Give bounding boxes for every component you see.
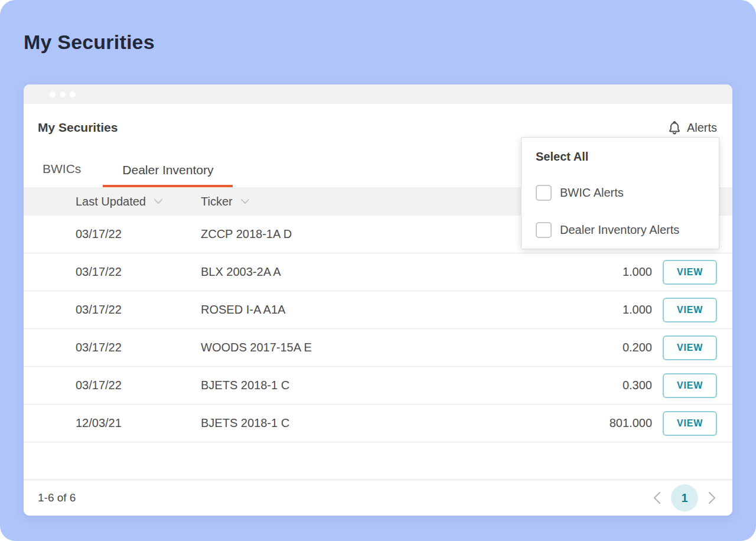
popover-title: Select All [536,149,705,164]
cell-ticker: ZCCP 2018-1A D [201,227,558,241]
table-body: 03/17/22 ZCCP 2018-1A D VIEW 03/17/22 BL… [24,216,732,442]
card-title: My Securities [38,120,118,135]
window-chrome [24,84,732,104]
checkbox-label: Dealer Inventory Alerts [560,223,679,237]
cell-action: VIEW [652,260,732,285]
cell-last-updated: 03/17/22 [24,341,201,354]
cell-ticker: BLX 2003-2A A [201,265,558,279]
popover-option-bwic-alerts: BWIC Alerts [536,185,705,201]
column-header-ticker[interactable]: Ticker [201,195,558,208]
cell-value: 0.200 [558,341,652,354]
window-dot [70,92,76,97]
page-title: My Securities [24,31,155,54]
table-row: 03/17/22 BLX 2003-2A A 1.000 VIEW [24,253,732,291]
view-button[interactable]: VIEW [663,373,717,398]
cell-last-updated: 12/03/21 [24,416,201,430]
popover-option-dealer-inventory-alerts: Dealer Inventory Alerts [536,222,705,238]
table-row: 12/03/21 BJETS 2018-1 C 801.000 VIEW [24,405,732,442]
cell-last-updated: 03/17/22 [24,379,201,392]
chevron-down-icon [240,198,250,204]
checkbox-label: BWIC Alerts [560,186,624,200]
cell-last-updated: 03/17/22 [24,227,201,241]
alerts-popover: Select All BWIC Alerts Dealer Inventory … [521,137,719,249]
tab-bwics[interactable]: BWICs [43,162,81,187]
card-header: My Securities Alerts [38,120,717,135]
table-row: 03/17/22 ROSED I-A A1A 1.000 VIEW [24,291,732,329]
cell-action: VIEW [652,373,732,398]
cell-value: 1.000 [558,303,652,317]
dealer-inventory-alerts-checkbox[interactable] [536,222,552,238]
bell-icon [667,120,682,135]
column-label: Ticker [201,195,233,208]
view-button[interactable]: VIEW [663,298,717,322]
view-button[interactable]: VIEW [663,260,717,285]
column-label: Last Updated [76,195,146,208]
column-header-last-updated[interactable]: Last Updated [24,195,201,208]
cell-value: 1.000 [558,265,652,279]
page-1-button[interactable]: 1 [671,484,698,511]
cell-action: VIEW [652,335,732,360]
table-row: 03/17/22 BJETS 2018-1 C 0.300 VIEW [24,367,732,405]
table-row: 03/17/22 WOODS 2017-15A E 0.200 VIEW [24,329,732,367]
screen: My Securities My Securities Alerts [0,0,756,541]
chevron-down-icon [154,198,163,204]
pagination-controls: 1 [653,484,716,511]
cell-last-updated: 03/17/22 [24,265,201,279]
tab-dealer-inventory[interactable]: Dealer Inventory [103,163,233,187]
alerts-button[interactable]: Alerts [667,120,717,135]
view-button[interactable]: VIEW [663,335,717,360]
cell-ticker: ROSED I-A A1A [201,303,558,317]
pagination-range: 1-6 of 6 [38,491,76,504]
cell-action: VIEW [652,411,732,436]
cell-last-updated: 03/17/22 [24,303,201,317]
bwic-alerts-checkbox[interactable] [536,185,552,201]
cell-ticker: BJETS 2018-1 C [201,379,558,392]
cell-action: VIEW [652,298,732,322]
cell-value: 0.300 [558,379,652,392]
next-page-button[interactable] [708,491,716,504]
window-dot [50,92,56,97]
securities-card: My Securities Alerts BWICs Dealer Invent… [24,84,732,516]
cell-ticker: WOODS 2017-15A E [201,341,558,354]
cell-ticker: BJETS 2018-1 C [201,416,558,430]
window-dot [60,92,66,97]
previous-page-button[interactable] [653,491,661,504]
view-button[interactable]: VIEW [663,411,717,436]
table-footer: 1-6 of 6 1 [24,480,732,516]
alerts-label: Alerts [687,121,717,135]
cell-value: 801.000 [558,416,652,430]
